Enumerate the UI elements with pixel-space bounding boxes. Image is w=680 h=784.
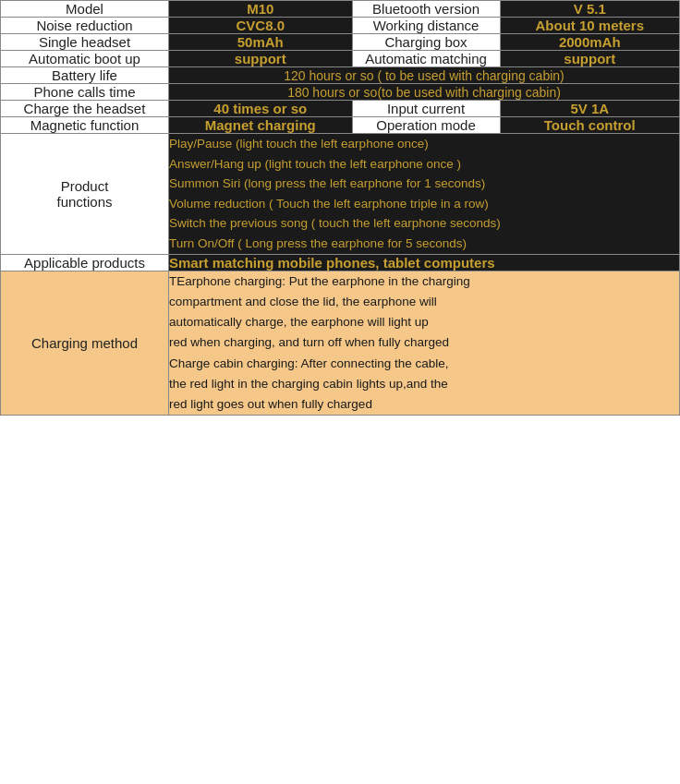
label-0-2: Bluetooth version [352,1,500,18]
value-2-2: 2000mAh [500,34,679,51]
value-1-2: About 10 meters [500,18,679,34]
value-0-1: M10 [169,1,353,18]
value-9: Smart matching mobile phones, tablet com… [169,254,680,271]
value-0-2: V 5.1 [500,1,679,18]
value-7-1: Magnet charging [169,117,353,134]
label-7-1: Magnetic function [1,117,169,134]
label-2-2: Charging box [352,34,500,51]
value-10: TEarphone charging: Put the earphone in … [169,271,680,416]
value-1-1: CVC8.0 [169,18,353,34]
value-2-1: 50mAh [169,34,353,51]
label-6-2: Input current [352,101,500,117]
label-3-2: Automatic matching [352,51,500,67]
label-1-2: Working distance [352,18,500,34]
label-3-1: Automatic boot up [1,51,169,67]
value-5: 180 hours or so(to be used with charging… [169,84,680,101]
label-6-1: Charge the headset [1,101,169,117]
value-6-1: 40 times or so [169,101,353,117]
label-5: Phone calls time [1,84,169,101]
label-10: Charging method [1,271,169,416]
value-8: Play/Pause (light touch the left earphon… [169,134,680,255]
label-8: Productfunctions [1,134,169,255]
label-7-2: Operation mode [352,117,500,134]
value-3-1: support [169,51,353,67]
label-2-1: Single headset [1,34,169,51]
label-1-1: Noise reduction [1,18,169,34]
value-4: 120 hours or so ( to be used with chargi… [169,67,680,84]
label-9: Applicable products [1,254,169,271]
label-0-1: Model [1,1,169,18]
label-4: Battery life [1,67,169,84]
value-7-2: Touch control [500,117,679,134]
value-3-2: support [500,51,679,67]
value-6-2: 5V 1A [500,101,679,117]
